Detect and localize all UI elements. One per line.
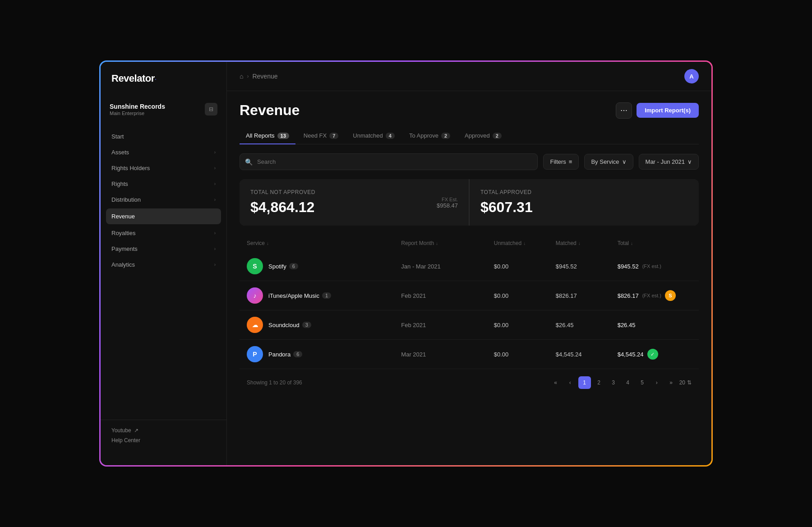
date-range-dropdown[interactable]: Mar - Jun 2021 ∨ [639,154,699,170]
chevron-icon: › [214,166,216,171]
page-2-button[interactable]: 2 [593,376,605,389]
search-input[interactable] [240,153,538,170]
topbar: ⌂ › Revenue A [227,62,711,91]
next-page-button[interactable]: › [651,376,663,389]
th-unmatched: Unmatched ↓ [494,240,556,246]
header-actions: ⋯ Import Report(s) [616,102,699,119]
th-report-month: Report Month ↓ [401,240,494,246]
first-page-button[interactable]: « [549,376,562,389]
tab-all-reports[interactable]: All Reports 13 [240,128,295,144]
sort-icon: ↓ [523,241,526,246]
breadcrumb: ⌂ › Revenue [240,73,278,80]
table-row[interactable]: P Pandora 6 Mar 2021 $0.00 $4,545.24 $4,… [240,340,699,369]
by-service-dropdown[interactable]: By Service ∨ [584,154,633,170]
showing-count: Showing 1 to 20 of 396 [247,379,302,386]
breadcrumb-current: Revenue [252,73,277,80]
service-logo-spotify: S [247,258,263,274]
sidebar-nav: Start Assets › Rights Holders › Rights ›… [101,125,226,420]
sidebar-bottom: Youtube ↗ Help Center [101,420,226,454]
tab-to-approve[interactable]: To Approve 2 [403,128,457,144]
account-section: Sunshine Records Main Enterprise ⊟ [101,97,226,125]
sidebar-item-analytics[interactable]: Analytics › [101,257,226,273]
sidebar-item-distribution[interactable]: Distribution › [101,192,226,208]
search-icon: 🔍 [245,158,253,166]
account-info: Sunshine Records Main Enterprise [110,102,200,116]
chevron-icon: › [214,197,216,202]
account-type: Main Enterprise [110,111,200,116]
tabs: All Reports 13 Need FX 7 Unmatched 4 To … [240,128,699,144]
status-badge-s: S [665,290,676,301]
fx-estimate: FX Est. $958.47 [437,196,458,208]
chevron-icon: › [214,246,216,251]
account-name: Sunshine Records [110,102,200,111]
sort-icon: ↓ [267,241,269,246]
service-logo-itunes: ♪ [247,287,263,304]
page-4-button[interactable]: 4 [622,376,634,389]
chevron-icon: › [214,150,216,155]
page-title: Revenue [240,102,300,119]
content-area: Revenue ⋯ Import Report(s) All Reports 1… [227,91,711,465]
sidebar-item-rights[interactable]: Rights › [101,176,226,192]
page-size-selector[interactable]: 20 ⇅ [679,379,692,386]
main-content: ⌂ › Revenue A Revenue ⋯ Import Report(s) [227,62,711,465]
external-link-icon: ↗ [134,427,138,434]
last-page-button[interactable]: » [665,376,678,389]
status-badge-check: ✓ [647,349,658,360]
th-service: Service ↓ [247,240,401,246]
chevron-icon: › [214,181,216,186]
table-header: Service ↓ Report Month ↓ Unmatched ↓ M [240,236,699,250]
tab-need-fx[interactable]: Need FX 7 [297,128,345,144]
chevron-down-icon: ∨ [687,158,692,165]
tab-approved[interactable]: Approved 2 [458,128,508,144]
more-options-button[interactable]: ⋯ [616,102,632,119]
sidebar: Revelator· Sunshine Records Main Enterpr… [101,62,227,465]
service-logo-pandora: P [247,346,263,362]
filters-button[interactable]: Filters ≡ [543,154,579,170]
account-icon-btn[interactable]: ⊟ [205,103,217,116]
table-row[interactable]: S Spotify 6 Jan - Mar 2021 $0.00 $945.52… [240,252,699,281]
filter-lines-icon: ≡ [569,158,572,165]
summary-cards: Total Not Approved $4,864.12 FX Est. $95… [240,179,699,226]
page-1-button[interactable]: 1 [578,376,591,389]
total-approved-card: Total Approved $607.31 [470,179,699,226]
sidebar-item-royalties[interactable]: Royalties › [101,225,226,241]
user-avatar[interactable]: A [684,69,699,83]
help-link[interactable]: Help Center [111,437,216,444]
revenue-table: Service ↓ Report Month ↓ Unmatched ↓ M [240,236,699,369]
page-5-button[interactable]: 5 [636,376,649,389]
sort-icon: ↓ [578,241,581,246]
tab-unmatched[interactable]: Unmatched 4 [346,128,401,144]
table-row[interactable]: ☁ Soundcloud 3 Feb 2021 $0.00 $26.45 $26… [240,310,699,340]
service-logo-soundcloud: ☁ [247,317,263,333]
service-cell: S Spotify 6 [247,258,401,274]
page-3-button[interactable]: 3 [607,376,620,389]
inner-frame: Revelator· Sunshine Records Main Enterpr… [101,62,711,465]
home-icon[interactable]: ⌂ [240,73,243,80]
sidebar-item-revenue[interactable]: Revenue [106,208,221,224]
import-reports-button[interactable]: Import Report(s) [637,103,699,118]
breadcrumb-separator: › [247,73,249,79]
filters-row: 🔍 Filters ≡ By Service ∨ Mar - Jun 2021 … [240,153,699,170]
service-cell: ☁ Soundcloud 3 [247,317,401,333]
sort-icon: ↓ [631,241,633,246]
th-total: Total ↓ [618,240,692,246]
chevron-icon: › [214,231,216,236]
service-cell: ♪ iTunes/Apple Music 1 [247,287,401,304]
logo-area: Revelator· [101,73,226,97]
chevron-icon: › [214,262,216,267]
pagination: Showing 1 to 20 of 396 « ‹ 1 2 3 4 5 › »… [240,369,699,389]
service-cell: P Pandora 6 [247,346,401,362]
sidebar-item-assets[interactable]: Assets › [101,144,226,160]
app-logo: Revelator [111,73,155,84]
youtube-link[interactable]: Youtube ↗ [111,427,216,434]
sort-icon: ↓ [436,241,438,246]
page-controls: « ‹ 1 2 3 4 5 › » 20 ⇅ [549,376,692,389]
sidebar-item-rights-holders[interactable]: Rights Holders › [101,160,226,176]
search-box: 🔍 [240,153,538,170]
page-header: Revenue ⋯ Import Report(s) [240,102,699,119]
th-matched: Matched ↓ [556,240,618,246]
sidebar-item-payments[interactable]: Payments › [101,241,226,257]
prev-page-button[interactable]: ‹ [564,376,577,389]
sidebar-item-start[interactable]: Start [101,129,226,144]
table-row[interactable]: ♪ iTunes/Apple Music 1 Feb 2021 $0.00 $8… [240,281,699,310]
